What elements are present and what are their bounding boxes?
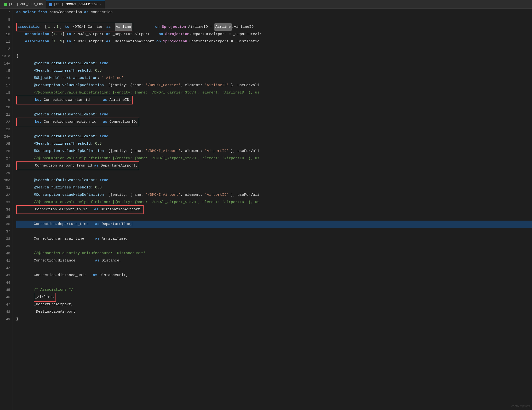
ln-15: 15 bbox=[2, 67, 10, 75]
ln-20: 20 bbox=[2, 104, 10, 111]
code-line-31: @Search.fuzzinessThreshold: 0.8 bbox=[16, 184, 532, 191]
ln-43: 43 bbox=[2, 272, 10, 279]
line-numbers: 7 8 9 10 11 12 13 ⊖ 14⊖ 15 16 17 18 19 2… bbox=[0, 9, 12, 410]
code-line-17: @Consumption.valueHelpDefinition: [{enti… bbox=[16, 82, 532, 89]
code-line-34: Connection.airport_to_id as DestinationA… bbox=[16, 206, 532, 213]
ln-37: 37 bbox=[2, 228, 10, 235]
ln-7: 7 bbox=[2, 9, 10, 16]
code-line-30: @Search.defaultSearchElement: true bbox=[16, 177, 532, 184]
code-line-48: _DestinationAirport bbox=[16, 308, 532, 315]
code-line-43: Connection.distance_unit as DistanceUnit… bbox=[16, 272, 532, 279]
ln-42: 42 bbox=[2, 264, 10, 272]
code-line-9: association [1..1] to /DMO/I_Carrier as … bbox=[16, 23, 532, 31]
code-line-19: key Connection.carrier_id as AirlineID, bbox=[16, 97, 532, 104]
code-line-44 bbox=[16, 279, 532, 286]
tab-dmo[interactable]: [TRL] /DMO/I_CONNECTION × bbox=[46, 0, 105, 9]
code-line-40: //@Semantics.quantity.unitOfMeasure: 'Di… bbox=[16, 250, 532, 257]
code-line-42 bbox=[16, 264, 532, 272]
ln-45: 45 bbox=[2, 286, 10, 294]
tab-icon-green bbox=[4, 3, 7, 6]
code-line-8 bbox=[16, 16, 532, 23]
tab-close-icon[interactable]: × bbox=[100, 3, 102, 6]
tab-bar: [TRL] ZCL_KDLK_CDS [TRL] /DMO/I_CONNECTI… bbox=[0, 0, 532, 9]
ln-39: 39 bbox=[2, 243, 10, 250]
watermark: CSDN·佯佯科技 bbox=[511, 404, 530, 408]
code-line-27: //@Consumption.valueHelpDefinition: [{en… bbox=[16, 155, 532, 162]
ln-21: 21 bbox=[2, 111, 10, 118]
ln-29: 29 bbox=[2, 169, 10, 177]
ln-31: 31 bbox=[2, 184, 10, 191]
code-line-28: Connection.airport_from_id as DepartureA… bbox=[16, 162, 532, 169]
code-line-35 bbox=[16, 213, 532, 221]
ln-12: 12 bbox=[2, 45, 10, 53]
ln-35: 35 bbox=[2, 213, 10, 221]
ln-18: 18 bbox=[2, 89, 10, 97]
editor: 7 8 9 10 11 12 13 ⊖ 14⊖ 15 16 17 18 19 2… bbox=[0, 9, 532, 410]
code-line-16: @ObjectModel.text.association: '_Airline… bbox=[16, 75, 532, 82]
code-line-26: @Consumption.valueHelpDefinition: [{enti… bbox=[16, 147, 532, 155]
ln-17: 17 bbox=[2, 82, 10, 89]
code-area[interactable]: as select from /dmo/connection as connec… bbox=[12, 9, 532, 410]
ln-26: 26 bbox=[2, 147, 10, 155]
ln-24: 24⊖ bbox=[2, 133, 10, 140]
ln-28: 28 bbox=[2, 162, 10, 169]
code-line-41: Connection.distance as Distance, bbox=[16, 257, 532, 264]
ln-41: 41 bbox=[2, 257, 10, 264]
code-line-45: /* Associations */ bbox=[16, 286, 532, 294]
ln-19: 19 bbox=[2, 97, 10, 104]
code-line-20 bbox=[16, 104, 532, 111]
ln-38: 38 bbox=[2, 235, 10, 243]
code-line-22: key Connection.connection_id as Connecti… bbox=[16, 118, 532, 126]
code-line-47: _DepartureAirport, bbox=[16, 301, 532, 308]
code-line-33: //@Consumption.valueHelpDefinition: [{en… bbox=[16, 199, 532, 206]
tab-dmo-label: [TRL] /DMO/I_CONNECTION bbox=[54, 3, 97, 6]
code-line-13: { bbox=[16, 53, 532, 60]
ln-32: 32 bbox=[2, 191, 10, 199]
code-line-36: Connection.departure_time as DepartureTi… bbox=[16, 221, 532, 228]
ln-36: 36 bbox=[2, 221, 10, 228]
ln-14: 14⊖ bbox=[2, 60, 10, 67]
ln-13: 13 ⊖ bbox=[2, 53, 10, 60]
code-line-25: @Search.fuzzinessThreshold: 0.8 bbox=[16, 140, 532, 147]
code-line-29 bbox=[16, 169, 532, 177]
ln-22: 22 bbox=[2, 118, 10, 126]
ln-8: 8 bbox=[2, 16, 10, 23]
ln-27: 27 bbox=[2, 155, 10, 162]
ln-40: 40 bbox=[2, 250, 10, 257]
code-line-46: _Airline, bbox=[16, 294, 532, 301]
ln-30: 30⊖ bbox=[2, 177, 10, 184]
code-line-37 bbox=[16, 228, 532, 235]
ln-47: 47 bbox=[2, 301, 10, 308]
code-line-12 bbox=[16, 45, 532, 53]
ln-46: 46 bbox=[2, 294, 10, 301]
code-line-24: @Search.defaultSearchElement: true bbox=[16, 133, 532, 140]
ln-10: 10 bbox=[2, 31, 10, 38]
tab-zcl-label: [TRL] ZCL_KDLK_CDS bbox=[9, 2, 43, 6]
ln-9: 9 bbox=[2, 23, 10, 31]
code-line-14: @Search.defaultSearchElement: true bbox=[16, 60, 532, 67]
code-line-23 bbox=[16, 126, 532, 133]
ln-34: 34 bbox=[2, 206, 10, 213]
code-line-21: @Search.defaultSearchElement: true bbox=[16, 111, 532, 118]
ln-44: 44 bbox=[2, 279, 10, 286]
tab-zcl[interactable]: [TRL] ZCL_KDLK_CDS bbox=[1, 0, 46, 9]
code-line-18: //@Consumption.valueHelpDefinition: [{en… bbox=[16, 89, 532, 97]
code-line-32: @Consumption.valueHelpDefinition: [{enti… bbox=[16, 191, 532, 199]
ln-49: 49 bbox=[2, 315, 10, 323]
ln-16: 16 bbox=[2, 75, 10, 82]
ln-23: 23 bbox=[2, 126, 10, 133]
ln-25: 25 bbox=[2, 140, 10, 147]
code-line-38: Connection.arrival_time as ArrivalTime, bbox=[16, 235, 532, 243]
code-line-7: as select from /dmo/connection as connec… bbox=[16, 9, 532, 16]
code-line-39 bbox=[16, 243, 532, 250]
code-line-15: @Search.fuzzinessThreshold: 0.8 bbox=[16, 67, 532, 75]
tab-icon-blue bbox=[49, 3, 52, 6]
code-line-49: } bbox=[16, 315, 532, 323]
code-line-10: association [1..1] to /DMO/I_Airport as … bbox=[16, 31, 532, 38]
ln-11: 11 bbox=[2, 38, 10, 45]
ln-48: 48 bbox=[2, 308, 10, 315]
code-line-11: association [1..1] to /DMO/I_Airport as … bbox=[16, 38, 532, 45]
ln-33: 33 bbox=[2, 199, 10, 206]
